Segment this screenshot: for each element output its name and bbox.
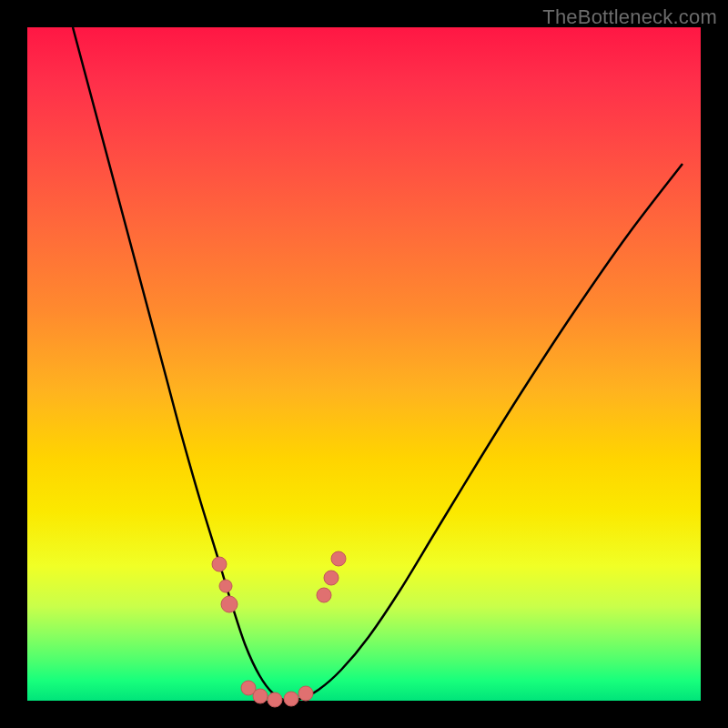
- curve-marker: [221, 596, 238, 612]
- curve-marker: [212, 557, 227, 571]
- chart-svg: [27, 27, 701, 701]
- curve-marker: [253, 689, 268, 703]
- curve-marker: [298, 686, 313, 701]
- outer-frame: TheBottleneck.com: [0, 0, 728, 728]
- curve-marker: [284, 692, 298, 706]
- curve-marker: [317, 588, 331, 602]
- curve-marker: [268, 693, 282, 707]
- curve-marker: [324, 571, 339, 585]
- curve-marker: [219, 580, 232, 592]
- curve-marker: [331, 551, 346, 566]
- watermark-text: TheBottleneck.com: [542, 5, 717, 29]
- bottleneck-curve: [73, 27, 682, 701]
